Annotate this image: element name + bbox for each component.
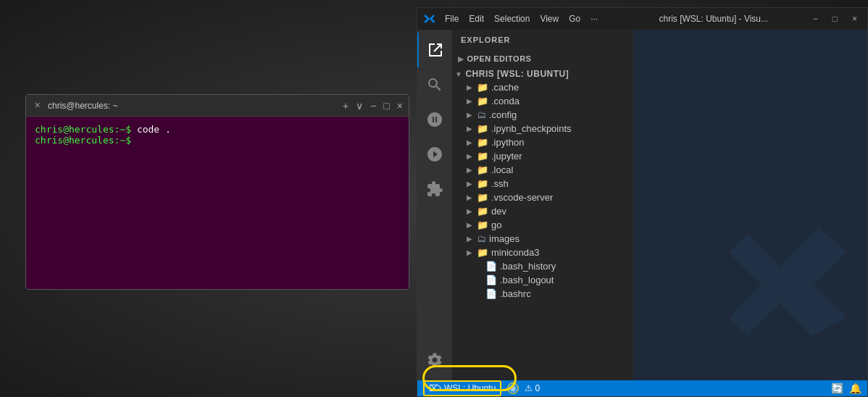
cache-label: .cache (491, 82, 519, 93)
tree-item-jupyter[interactable]: ▶ 📁 .jupyter (452, 149, 633, 163)
conda-label: .conda (491, 96, 519, 106)
tree-item-ssh[interactable]: ▶ 📁 .ssh (452, 177, 633, 191)
ssh-label: .ssh (491, 178, 509, 189)
images-chevron: ▶ (467, 235, 475, 243)
wsl-close-button[interactable]: ⊗ (507, 383, 519, 394)
tree-item-vscode-server[interactable]: ▶ 📁 .vscode-server (452, 191, 633, 204)
vscode-menu: File Edit Selection View Go ··· (441, 12, 619, 25)
config-label: .config (489, 109, 517, 120)
terminal-new-tab[interactable]: + (343, 100, 349, 112)
tree-item-conda[interactable]: ▶ 📁 .conda (452, 94, 633, 108)
terminal-dropdown[interactable]: ∨ (356, 100, 363, 112)
menu-edit[interactable]: Edit (464, 12, 488, 25)
conda-folder-icon: 📁 (477, 96, 488, 106)
tree-item-bashrc[interactable]: ▶ 📄 .bashrc (452, 287, 633, 301)
bashrc-file-icon: 📄 (485, 288, 497, 299)
activity-settings-icon[interactable] (417, 346, 452, 380)
warning-icon: ⚠ (525, 383, 533, 393)
vscode-minimize[interactable]: − (809, 12, 822, 25)
ipynb-folder-icon: 📁 (477, 123, 488, 134)
ipython-folder-icon: 📁 (477, 137, 488, 148)
menu-file[interactable]: File (441, 12, 463, 25)
menu-go[interactable]: Go (564, 12, 585, 25)
vscode-statusbar: ⌦ WSL: Ubuntu ⊗ ⚠ 0 🔄 🔔 (417, 380, 867, 396)
miniconda3-label: miniconda3 (491, 247, 540, 258)
tree-item-local[interactable]: ▶ 📁 .local (452, 163, 633, 177)
images-folder-icon: 🗂 (477, 233, 486, 244)
vscode-server-label: .vscode-server (491, 192, 553, 203)
activity-search-icon[interactable] (417, 67, 452, 102)
ipynb-label: .ipynb_checkpoints (491, 123, 572, 134)
vscode-close[interactable]: × (848, 12, 861, 25)
ssh-folder-icon: 📁 (477, 178, 488, 189)
tree-item-ipython[interactable]: ▶ 📁 .ipython (452, 135, 633, 149)
vscode-window: File Edit Selection View Go ··· chris [W… (417, 7, 868, 397)
bash-history-file-icon: 📄 (485, 261, 497, 272)
tree-item-dev[interactable]: ▶ 📁 dev (452, 204, 633, 218)
editor-area (633, 30, 867, 380)
cache-folder-icon: 📁 (477, 82, 488, 93)
terminal-titlebar: ✕ chris@hercules: ~ + ∨ − □ × (26, 95, 409, 117)
open-editors-header[interactable]: ▶ OPEN EDITORS (452, 53, 633, 64)
tree-item-images[interactable]: ▶ 🗂 images (452, 232, 633, 246)
wsl-status-button[interactable]: ⌦ WSL: Ubuntu (423, 380, 501, 396)
local-chevron: ▶ (467, 166, 475, 174)
terminal-minimize[interactable]: − (370, 100, 376, 112)
miniconda3-folder-icon: 📁 (477, 247, 488, 258)
bash-logout-label: .bash_logout (500, 275, 554, 285)
bashrc-label: .bashrc (500, 288, 531, 299)
ssh-chevron: ▶ (467, 180, 475, 188)
ipython-chevron: ▶ (467, 138, 475, 146)
config-folder-icon: 🗂 (477, 109, 486, 120)
terminal-maximize[interactable]: □ (383, 100, 389, 112)
terminal-prompt-2: chris@hercules:~$ (35, 135, 131, 146)
open-editors-section: ▶ OPEN EDITORS (452, 50, 633, 67)
explorer-header: EXPLORER (452, 30, 633, 50)
tree-item-go[interactable]: ▶ 📁 go (452, 218, 633, 232)
root-folder-header[interactable]: ▼ CHRIS [WSL: UBUNTU] (452, 67, 633, 80)
tree-item-bash-logout[interactable]: ▶ 📄 .bash_logout (452, 273, 633, 287)
activity-extensions-icon[interactable] (417, 172, 452, 206)
tree-item-ipynb[interactable]: ▶ 📁 .ipynb_checkpoints (452, 122, 633, 135)
terminal-icon: ✕ (32, 101, 42, 111)
ipython-label: .ipython (491, 137, 525, 148)
terminal-line-2: chris@hercules:~$ (35, 135, 400, 146)
terminal-close[interactable]: × (397, 100, 403, 112)
menu-more[interactable]: ··· (586, 12, 602, 25)
tree-item-bash-history[interactable]: ▶ 📄 .bash_history (452, 259, 633, 273)
sidebar: EXPLORER ▶ OPEN EDITORS ▼ CHRIS [WSL: UB… (452, 30, 633, 380)
vscode-logo-icon (423, 13, 435, 25)
folder-tree[interactable]: ▼ CHRIS [WSL: UBUNTU] ▶ 📁 .cache ▶ 📁 .co… (452, 67, 633, 380)
bash-logout-file-icon: 📄 (485, 275, 497, 285)
tree-item-cache[interactable]: ▶ 📁 .cache (452, 80, 633, 94)
ipynb-chevron: ▶ (467, 125, 475, 133)
dev-chevron: ▶ (467, 207, 475, 215)
activity-bar (417, 30, 452, 380)
vscode-server-folder-icon: 📁 (477, 192, 488, 203)
root-chevron: ▼ (455, 70, 462, 78)
open-editors-label: OPEN EDITORS (467, 54, 532, 63)
conda-chevron: ▶ (467, 97, 475, 105)
vscode-title: chris [WSL: Ubuntu] - Visu... (625, 14, 803, 24)
bell-icon[interactable]: 🔔 (849, 383, 861, 394)
menu-selection[interactable]: Selection (490, 12, 534, 25)
local-label: .local (491, 164, 513, 175)
activity-git-icon[interactable] (417, 102, 452, 137)
vscode-body: EXPLORER ▶ OPEN EDITORS ▼ CHRIS [WSL: UB… (417, 30, 867, 380)
go-chevron: ▶ (467, 221, 475, 229)
vscode-maximize[interactable]: □ (828, 12, 842, 25)
menu-view[interactable]: View (535, 12, 563, 25)
activity-run-icon[interactable] (417, 137, 452, 172)
terminal-body[interactable]: chris@hercules:~$ code . chris@hercules:… (26, 117, 409, 289)
jupyter-chevron: ▶ (467, 152, 475, 160)
terminal-line-1: chris@hercules:~$ code . (35, 124, 400, 135)
tree-item-miniconda3[interactable]: ▶ 📁 miniconda3 (452, 246, 633, 259)
tree-item-config[interactable]: ▶ 🗂 .config (452, 108, 633, 122)
config-chevron: ▶ (467, 111, 475, 119)
sync-icon[interactable]: 🔄 (831, 383, 843, 394)
terminal-window: ✕ chris@hercules: ~ + ∨ − □ × chris@herc… (25, 94, 409, 290)
cache-chevron: ▶ (467, 83, 475, 91)
activity-explorer-icon[interactable] (417, 33, 452, 67)
status-right: 🔄 🔔 (831, 383, 861, 394)
open-editors-chevron: ▶ (458, 55, 464, 63)
